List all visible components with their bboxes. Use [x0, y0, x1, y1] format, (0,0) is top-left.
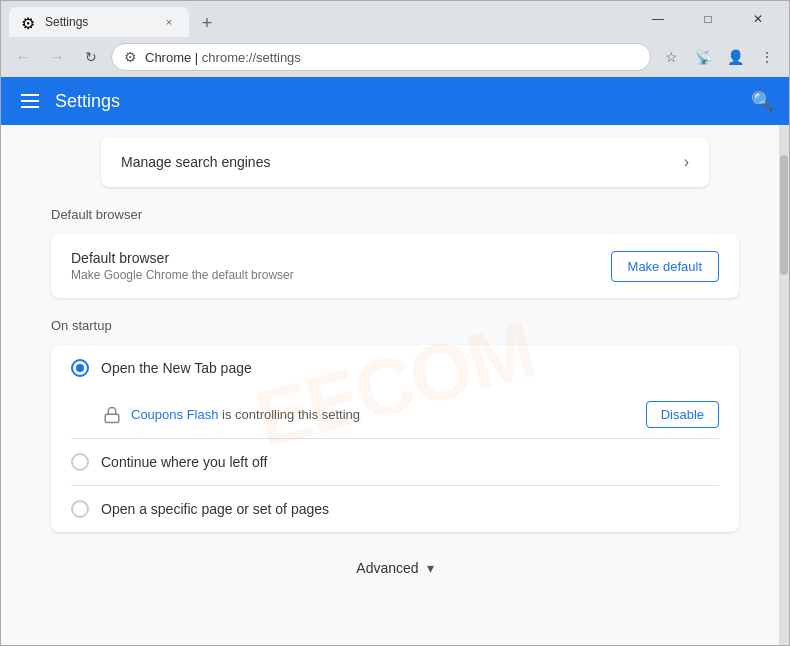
default-browser-card-desc: Make Google Chrome the default browser: [71, 268, 294, 282]
main-content: Manage search engines › Default browser …: [1, 125, 789, 645]
menu-button[interactable]: ⋮: [753, 43, 781, 71]
extension-link[interactable]: Coupons Flash: [131, 407, 218, 422]
extension-icon: [103, 406, 121, 424]
startup-option-new-tab-label: Open the New Tab page: [101, 360, 252, 376]
svg-rect-0: [105, 414, 119, 422]
settings-header: Settings 🔍: [1, 77, 789, 125]
tab-title: Settings: [45, 15, 153, 29]
manage-search-chevron: ›: [684, 153, 689, 171]
manage-search-label: Manage search engines: [121, 154, 270, 170]
url-path: chrome://settings: [202, 50, 301, 65]
browser-window: ⚙ Settings × + — □ ✕ ← → ↻ ⚙ Chrome | ch…: [0, 0, 790, 646]
tab-favicon: ⚙: [21, 14, 37, 30]
address-bar: ← → ↻ ⚙ Chrome | chrome://settings ☆ 📡 👤…: [1, 37, 789, 77]
hamburger-menu[interactable]: [17, 90, 43, 112]
startup-option-continue[interactable]: Continue where you left off: [51, 439, 739, 485]
advanced-chevron-icon: ▾: [427, 560, 434, 576]
on-startup-section-title: On startup: [51, 318, 739, 333]
radio-continue[interactable]: [71, 453, 89, 471]
close-button[interactable]: ✕: [735, 4, 781, 34]
extension-info: Coupons Flash is controlling this settin…: [103, 406, 360, 424]
startup-option-new-tab[interactable]: Open the New Tab page: [51, 345, 739, 391]
tab-close-button[interactable]: ×: [161, 14, 177, 30]
default-browser-row: Default browser Make Google Chrome the d…: [51, 234, 739, 298]
advanced-section[interactable]: Advanced ▾: [1, 532, 789, 604]
hamburger-line-2: [21, 100, 39, 102]
minimize-button[interactable]: —: [635, 4, 681, 34]
new-tab-button[interactable]: +: [193, 9, 221, 37]
url-display: Chrome | chrome://settings: [145, 50, 638, 65]
url-separator: |: [191, 50, 202, 65]
content-area: Manage search engines › Default browser …: [1, 125, 789, 645]
forward-button[interactable]: →: [43, 43, 71, 71]
manage-search-card[interactable]: Manage search engines ›: [101, 137, 709, 187]
extension-notification-row: Coupons Flash is controlling this settin…: [51, 391, 739, 438]
extension-text: Coupons Flash is controlling this settin…: [131, 407, 360, 422]
url-actions: ☆ 📡 👤 ⋮: [657, 43, 781, 71]
default-browser-section: Default browser Default browser Make Goo…: [51, 207, 739, 298]
reload-button[interactable]: ↻: [77, 43, 105, 71]
radio-specific[interactable]: [71, 500, 89, 518]
back-button[interactable]: ←: [9, 43, 37, 71]
make-default-button[interactable]: Make default: [611, 251, 719, 282]
url-favicon: ⚙: [124, 49, 137, 65]
tab-area: ⚙ Settings × +: [9, 1, 635, 37]
default-browser-section-title: Default browser: [51, 207, 739, 222]
profile-button[interactable]: 👤: [721, 43, 749, 71]
default-browser-info: Default browser Make Google Chrome the d…: [71, 250, 294, 282]
cast-button[interactable]: 📡: [689, 43, 717, 71]
hamburger-line-1: [21, 94, 39, 96]
active-tab[interactable]: ⚙ Settings ×: [9, 7, 189, 37]
on-startup-section: On startup Open the New Tab page: [51, 318, 739, 532]
disable-extension-button[interactable]: Disable: [646, 401, 719, 428]
startup-option-specific[interactable]: Open a specific page or set of pages: [51, 486, 739, 532]
default-browser-card: Default browser Make Google Chrome the d…: [51, 234, 739, 298]
startup-option-continue-label: Continue where you left off: [101, 454, 267, 470]
url-bar[interactable]: ⚙ Chrome | chrome://settings: [111, 43, 651, 71]
extension-controls-text: is controlling this setting: [218, 407, 360, 422]
url-site: Chrome: [145, 50, 191, 65]
bookmark-button[interactable]: ☆: [657, 43, 685, 71]
restore-button[interactable]: □: [685, 4, 731, 34]
header-left: Settings: [17, 90, 120, 112]
default-browser-card-title: Default browser: [71, 250, 294, 266]
advanced-label: Advanced: [356, 560, 418, 576]
startup-card: Open the New Tab page Coupons Flash is c…: [51, 345, 739, 532]
settings-page-title: Settings: [55, 91, 120, 112]
scrollbar-thumb[interactable]: [780, 155, 788, 275]
hamburger-line-3: [21, 106, 39, 108]
title-bar: ⚙ Settings × + — □ ✕: [1, 1, 789, 37]
scrollbar[interactable]: [779, 125, 789, 645]
settings-search-icon[interactable]: 🔍: [751, 90, 773, 112]
window-controls: — □ ✕: [635, 4, 781, 34]
radio-new-tab-inner: [76, 364, 84, 372]
radio-new-tab[interactable]: [71, 359, 89, 377]
startup-option-specific-label: Open a specific page or set of pages: [101, 501, 329, 517]
